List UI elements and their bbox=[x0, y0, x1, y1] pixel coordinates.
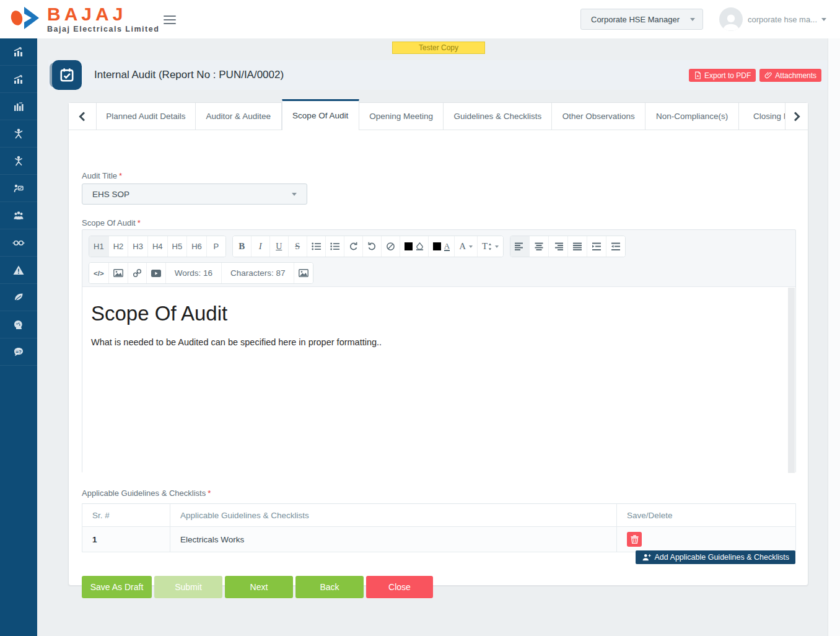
user-menu[interactable]: corporate hse ma... bbox=[748, 15, 826, 24]
insert-image-alt-button[interactable] bbox=[294, 263, 313, 283]
sidebar-item-help-chat[interactable]: =? bbox=[0, 338, 37, 366]
sidebar-item-growth-chart-alt[interactable] bbox=[0, 66, 37, 93]
tab-bar: Planned Audit Details Auditor & Auditee … bbox=[69, 103, 808, 130]
tab-non-compliances[interactable]: Non-Compliance(s) bbox=[645, 103, 739, 130]
chevron-down-icon bbox=[469, 245, 473, 248]
chevron-down-icon bbox=[821, 18, 826, 21]
sidebar-item-bar-chart[interactable] bbox=[0, 93, 37, 120]
paragraph-button[interactable]: P bbox=[207, 236, 225, 257]
h6-button[interactable]: H6 bbox=[187, 236, 207, 257]
col-header-sr: Sr. # bbox=[82, 504, 170, 527]
undo-button[interactable] bbox=[363, 236, 382, 257]
sidebar-item-mind[interactable] bbox=[0, 311, 37, 338]
attachments-button[interactable]: Attachments bbox=[759, 69, 821, 82]
save-as-draft-button[interactable]: Save As Draft bbox=[82, 576, 152, 598]
insert-image-button[interactable] bbox=[109, 263, 128, 283]
table-row: 1 Electricals Works bbox=[82, 527, 796, 552]
italic-button[interactable]: I bbox=[252, 236, 270, 257]
avatar[interactable] bbox=[719, 7, 743, 31]
tabs-scroll-right-button[interactable] bbox=[785, 103, 808, 130]
tab-guidelines-checklists[interactable]: Guidelines & Checklists bbox=[444, 103, 552, 130]
row-sr-number: 1 bbox=[82, 527, 170, 552]
sidebar-item-growth-chart[interactable] bbox=[0, 38, 37, 66]
tab-planned-audit-details[interactable]: Planned Audit Details bbox=[97, 103, 196, 130]
font-family-button[interactable]: A bbox=[455, 236, 478, 257]
sidebar-item-training[interactable] bbox=[0, 175, 37, 202]
font-color-button[interactable]: A bbox=[429, 236, 455, 257]
clear-format-button[interactable] bbox=[382, 236, 400, 257]
h2-button[interactable]: H2 bbox=[109, 236, 129, 257]
audit-title-select[interactable]: EHS SOP bbox=[82, 183, 307, 205]
tab-other-observations[interactable]: Other Observations bbox=[552, 103, 645, 130]
sidebar-item-activity[interactable] bbox=[0, 120, 37, 148]
align-right-button[interactable] bbox=[549, 236, 568, 257]
strikethrough-button[interactable]: S bbox=[289, 236, 307, 257]
growth-chart-alt-icon bbox=[12, 73, 25, 86]
required-asterisk: * bbox=[208, 488, 211, 498]
close-button[interactable]: Close bbox=[366, 576, 433, 598]
tab-scope-of-audit[interactable]: Scope Of Audit bbox=[282, 99, 359, 130]
insert-link-button[interactable] bbox=[128, 263, 147, 283]
clear-format-icon bbox=[386, 242, 395, 251]
align-left-button[interactable] bbox=[510, 236, 530, 257]
export-to-pdf-button[interactable]: A Export to PDF bbox=[689, 69, 756, 82]
sidebar-item-safety-goggles[interactable] bbox=[0, 229, 37, 257]
back-button[interactable]: Back bbox=[295, 576, 364, 598]
page-scrollbar[interactable] bbox=[828, 38, 840, 636]
underline-button[interactable]: U bbox=[270, 236, 289, 257]
person-add-icon bbox=[642, 554, 651, 561]
paint-bucket-icon bbox=[416, 242, 424, 250]
bar-chart-icon bbox=[12, 100, 25, 113]
h1-button[interactable]: H1 bbox=[89, 236, 109, 257]
required-asterisk: * bbox=[119, 171, 122, 180]
sidebar-item-warning[interactable] bbox=[0, 257, 37, 284]
guidelines-label: Applicable Guidelines & Checklists* bbox=[82, 488, 211, 498]
activity-person-alt-icon bbox=[12, 155, 25, 167]
tabs-scroll-left-button[interactable] bbox=[69, 103, 97, 130]
scope-editor-content[interactable]: Scope Of Audit What is needed to be Audi… bbox=[82, 286, 795, 473]
align-justify-button[interactable] bbox=[568, 236, 587, 257]
tab-closing-meeting[interactable]: Closing Meeting bbox=[739, 103, 785, 130]
guidelines-table: Sr. # Applicable Guidelines & Checklists… bbox=[82, 503, 796, 552]
attachments-label: Attachments bbox=[775, 71, 816, 80]
audit-title-value: EHS SOP bbox=[92, 190, 129, 199]
hamburger-menu-icon[interactable] bbox=[164, 15, 176, 24]
submit-button[interactable]: Submit bbox=[154, 576, 222, 598]
h4-button[interactable]: H4 bbox=[148, 236, 168, 257]
indent-button[interactable] bbox=[587, 236, 606, 257]
ordered-list-button[interactable] bbox=[326, 236, 344, 257]
highlight-color-swatch bbox=[405, 242, 413, 250]
paperclip-icon bbox=[764, 71, 772, 79]
add-guidelines-button[interactable]: Add Applicable Guidelines & Checklists bbox=[636, 550, 795, 564]
outdent-button[interactable] bbox=[606, 236, 625, 257]
code-view-button[interactable]: </> bbox=[89, 263, 109, 283]
align-center-button[interactable] bbox=[530, 236, 549, 257]
sidebar-item-activity-alt[interactable] bbox=[0, 148, 37, 175]
redo-button[interactable] bbox=[344, 236, 363, 257]
editor-scrollbar[interactable] bbox=[788, 288, 795, 473]
font-size-button[interactable]: T bbox=[478, 236, 503, 257]
h3-button[interactable]: H3 bbox=[128, 236, 148, 257]
insert-video-button[interactable] bbox=[147, 263, 166, 283]
alignment-group bbox=[510, 236, 626, 257]
highlight-color-button[interactable] bbox=[400, 236, 429, 257]
sidebar-item-environment-leaf[interactable] bbox=[0, 284, 37, 311]
sidebar-item-people[interactable] bbox=[0, 202, 37, 229]
role-selector-value: Corporate HSE Manager bbox=[591, 15, 680, 24]
tab-auditor-auditee[interactable]: Auditor & Auditee bbox=[196, 103, 282, 130]
brand-logo: BAJAJ Bajaj Electricals Limited bbox=[10, 5, 159, 33]
audit-form-card: Planned Audit Details Auditor & Auditee … bbox=[68, 102, 808, 586]
scope-rich-text-editor: H1 H2 H3 H4 H5 H6 P B I U S bbox=[82, 229, 796, 473]
role-selector[interactable]: Corporate HSE Manager bbox=[580, 9, 703, 30]
delete-row-button[interactable] bbox=[627, 532, 642, 547]
brand-name: BAJAJ bbox=[47, 5, 159, 24]
tab-opening-meeting[interactable]: Opening Meeting bbox=[359, 103, 444, 130]
svg-text:=?: =? bbox=[15, 348, 22, 354]
tab-panel-scope-of-audit: Audit Title* EHS SOP Scope Of Audit* H1 … bbox=[69, 130, 808, 586]
bold-button[interactable]: B bbox=[233, 236, 252, 257]
trash-icon bbox=[631, 535, 639, 544]
next-button[interactable]: Next bbox=[225, 576, 293, 598]
inline-format-group: B I U S bbox=[232, 236, 504, 257]
unordered-list-button[interactable] bbox=[307, 236, 326, 257]
h5-button[interactable]: H5 bbox=[168, 236, 188, 257]
